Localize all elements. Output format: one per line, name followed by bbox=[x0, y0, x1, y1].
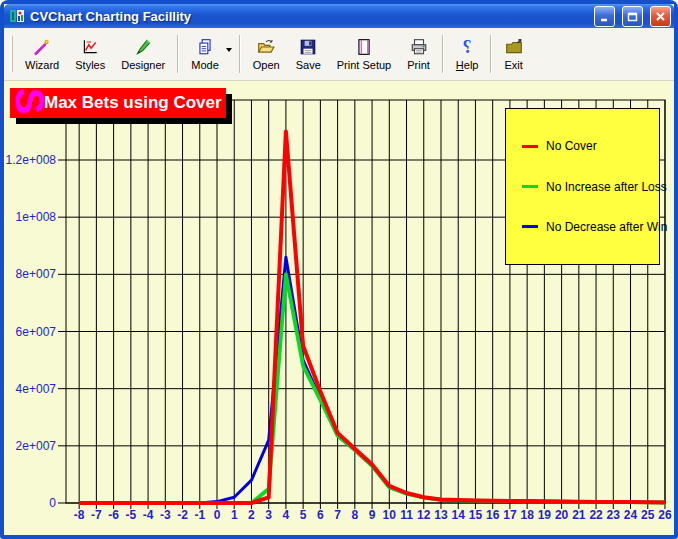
print-button[interactable]: Print bbox=[399, 30, 438, 78]
chart-client-area: -8-7-6-5-4-3-2-1012345678910111213141516… bbox=[4, 81, 674, 535]
x-tick-label: 26 bbox=[658, 508, 672, 522]
exit-label: Exit bbox=[504, 59, 522, 71]
toolbar-grip bbox=[10, 36, 13, 72]
printer-icon bbox=[410, 38, 428, 56]
help-button[interactable]: ?Help bbox=[448, 30, 487, 78]
svg-text:?: ? bbox=[463, 38, 472, 56]
exit-button[interactable]: Exit bbox=[496, 30, 530, 78]
print-setup-button[interactable]: Print Setup bbox=[329, 30, 399, 78]
x-tick-label: 19 bbox=[538, 508, 552, 522]
y-tick-label: 1.2e+008 bbox=[6, 153, 57, 167]
x-tick-label: 1 bbox=[231, 508, 238, 522]
save-label: Save bbox=[296, 59, 321, 71]
y-tick-label: 4e+007 bbox=[16, 382, 57, 396]
x-tick-label: 22 bbox=[589, 508, 603, 522]
legend-item: No Decrease after Win bbox=[522, 220, 659, 234]
window-inner: CVChart Charting Facillity Wiza bbox=[4, 4, 674, 535]
app-window: CVChart Charting Facillity Wiza bbox=[0, 0, 678, 539]
toolbar-separator bbox=[177, 35, 179, 73]
copy-pages-icon bbox=[196, 38, 214, 56]
x-tick-label: 14 bbox=[452, 508, 466, 522]
legend-label: No Increase after Loss bbox=[546, 180, 667, 194]
x-tick-label: 20 bbox=[555, 508, 569, 522]
toolbar-separator bbox=[239, 35, 241, 73]
wizard-label: Wizard bbox=[25, 59, 59, 71]
wizard-button[interactable]: Wizard bbox=[17, 30, 67, 78]
title-bar: CVChart Charting Facillity bbox=[4, 4, 674, 28]
x-tick-label: 23 bbox=[607, 508, 621, 522]
x-tick-label: 5 bbox=[300, 508, 307, 522]
y-tick-label: 6e+007 bbox=[16, 325, 57, 339]
legend-label: No Cover bbox=[546, 139, 597, 153]
y-tick-label: 0 bbox=[49, 496, 56, 510]
window-title: CVChart Charting Facillity bbox=[30, 9, 587, 24]
x-tick-label: 7 bbox=[334, 508, 341, 522]
print-setup-label: Print Setup bbox=[337, 59, 391, 71]
x-tick-label: 9 bbox=[369, 508, 376, 522]
legend-label: No Decrease after Win bbox=[546, 220, 667, 234]
magic-wand-icon bbox=[33, 38, 51, 56]
legend-swatch bbox=[522, 145, 538, 148]
marker-pen-icon bbox=[134, 38, 152, 56]
x-tick-label: -6 bbox=[108, 508, 119, 522]
x-tick-label: 16 bbox=[486, 508, 500, 522]
x-tick-label: 10 bbox=[383, 508, 397, 522]
mode-dropdown-arrow[interactable] bbox=[223, 30, 235, 78]
x-tick-label: -2 bbox=[177, 508, 188, 522]
toolbar: WizardStylesDesignerModeOpenSavePrint Se… bbox=[4, 28, 674, 81]
x-tick-label: 11 bbox=[400, 508, 413, 522]
open-button[interactable]: Open bbox=[245, 30, 288, 78]
x-tick-label: 13 bbox=[434, 508, 448, 522]
chevron-down-icon bbox=[226, 48, 232, 52]
x-tick-label: 17 bbox=[503, 508, 517, 522]
maximize-button[interactable] bbox=[622, 6, 643, 27]
x-tick-label: -3 bbox=[160, 508, 171, 522]
x-tick-label: 18 bbox=[520, 508, 534, 522]
legend-swatch bbox=[522, 185, 538, 188]
x-tick-label: 0 bbox=[214, 508, 221, 522]
x-tick-label: 8 bbox=[351, 508, 358, 522]
styles-label: Styles bbox=[75, 59, 105, 71]
help-label: Help bbox=[456, 59, 479, 71]
x-tick-label: -7 bbox=[91, 508, 102, 522]
x-tick-label: 4 bbox=[283, 508, 290, 522]
designer-button[interactable]: Designer bbox=[113, 30, 173, 78]
x-tick-label: -4 bbox=[143, 508, 154, 522]
exit-folder-icon bbox=[505, 38, 523, 56]
x-tick-label: 12 bbox=[417, 508, 431, 522]
print-label: Print bbox=[407, 59, 430, 71]
x-tick-label: 6 bbox=[317, 508, 324, 522]
floppy-disk-icon bbox=[299, 38, 317, 56]
mode-button[interactable]: Mode bbox=[183, 30, 227, 78]
legend-item: No Increase after Loss bbox=[522, 180, 659, 194]
chart-title-banner: S Max Bets using Cover bbox=[10, 88, 226, 118]
x-tick-label: -5 bbox=[126, 508, 137, 522]
styles-button[interactable]: Styles bbox=[67, 30, 113, 78]
y-tick-label: 8e+007 bbox=[16, 267, 57, 281]
close-button[interactable] bbox=[650, 6, 671, 27]
x-tick-label: 21 bbox=[572, 508, 586, 522]
chart-title: Max Bets using Cover bbox=[44, 93, 222, 113]
legend-swatch bbox=[522, 225, 538, 228]
toolbar-separator bbox=[442, 35, 444, 73]
toolbar-separator bbox=[490, 35, 492, 73]
minimize-button[interactable] bbox=[594, 6, 615, 27]
mode-label: Mode bbox=[191, 59, 219, 71]
y-tick-label: 2e+007 bbox=[16, 439, 57, 453]
logo-glyph: S bbox=[10, 81, 50, 121]
open-label: Open bbox=[253, 59, 280, 71]
y-tick-label: 1e+008 bbox=[16, 210, 57, 224]
question-mark-icon: ? bbox=[458, 38, 476, 56]
x-tick-label: 24 bbox=[624, 508, 638, 522]
x-tick-label: 2 bbox=[248, 508, 255, 522]
save-button[interactable]: Save bbox=[288, 30, 329, 78]
app-icon bbox=[9, 8, 25, 24]
designer-label: Designer bbox=[121, 59, 165, 71]
x-tick-label: -1 bbox=[194, 508, 205, 522]
legend: No CoverNo Increase after LossNo Decreas… bbox=[505, 108, 660, 265]
x-tick-label: 3 bbox=[265, 508, 272, 522]
close-icon bbox=[654, 10, 667, 23]
chart-styles-icon bbox=[81, 38, 99, 56]
x-tick-label: -8 bbox=[74, 508, 85, 522]
x-tick-label: 15 bbox=[469, 508, 483, 522]
